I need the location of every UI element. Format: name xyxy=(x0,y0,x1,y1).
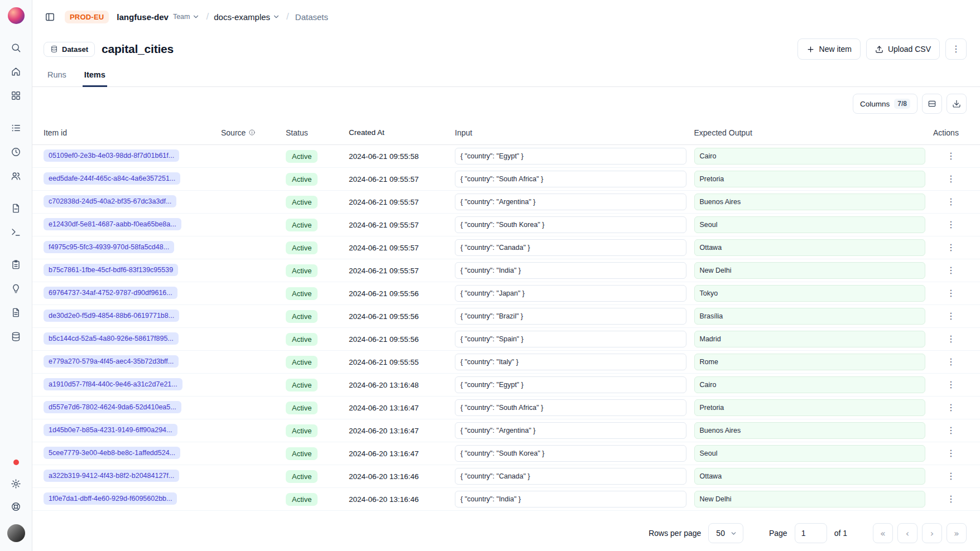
playground-icon[interactable] xyxy=(6,222,26,242)
item-id-link[interactable]: b75c7861-1fbe-45cf-bdf6-83f139c95539 xyxy=(44,264,178,276)
input-cell[interactable]: { "country": "Egypt" } xyxy=(455,148,686,165)
input-cell[interactable]: { "country": "South Korea" } xyxy=(455,216,686,233)
langfuse-logo[interactable] xyxy=(8,7,25,24)
input-cell[interactable]: { "country": "South Korea" } xyxy=(455,445,686,462)
prev-page-button[interactable]: ‹ xyxy=(897,523,917,543)
expected-output-cell[interactable]: Buenos Aires xyxy=(694,422,926,439)
row-actions-button[interactable]: ⋮ xyxy=(943,491,959,507)
input-cell[interactable]: { "country": "Italy" } xyxy=(455,354,686,370)
next-page-button[interactable]: › xyxy=(922,523,942,543)
row-height-button[interactable] xyxy=(922,94,942,114)
input-cell[interactable]: { "country": "Canada" } xyxy=(455,468,686,485)
table-row[interactable]: 5cee7779-3e00-4eb8-be8c-1affedd524... Ac… xyxy=(32,442,980,465)
expected-output-cell[interactable]: New Delhi xyxy=(694,491,926,508)
expected-output-cell[interactable]: Ottawa xyxy=(694,468,926,485)
support-icon[interactable] xyxy=(6,496,26,516)
expected-output-cell[interactable]: Cairo xyxy=(694,376,926,393)
expected-output-cell[interactable]: Seoul xyxy=(694,216,926,233)
row-actions-button[interactable]: ⋮ xyxy=(943,148,959,164)
sessions-icon[interactable] xyxy=(6,142,26,162)
page-more-actions-button[interactable]: ⋮ xyxy=(945,38,967,60)
item-id-link[interactable]: de30d2e0-f5d9-4854-88b6-0619771b8... xyxy=(44,310,179,322)
expected-output-cell[interactable]: Buenos Aires xyxy=(694,194,926,210)
item-id-link[interactable]: a1910d57-7f84-440c-9e46-a31c2d7e21... xyxy=(44,378,182,390)
item-id-link[interactable]: c702838d-24d5-40a2-bf35-67dc3a3df... xyxy=(44,195,176,207)
input-cell[interactable]: { "country": "Brazil" } xyxy=(455,308,686,325)
table-row[interactable]: e12430df-5e81-4687-aabb-f0ea65be8a... Ac… xyxy=(32,214,980,236)
expected-output-cell[interactable]: Tokyo xyxy=(694,285,926,302)
row-actions-button[interactable]: ⋮ xyxy=(943,400,959,415)
search-icon[interactable] xyxy=(6,37,26,57)
item-id-link[interactable]: e12430df-5e81-4687-aabb-f0ea65be8a... xyxy=(44,218,181,230)
row-actions-button[interactable]: ⋮ xyxy=(943,423,959,438)
item-id-link[interactable]: d557e7d6-7802-4624-9da6-52d410ea5... xyxy=(44,401,181,413)
users-icon[interactable] xyxy=(6,166,26,186)
last-page-button[interactable]: » xyxy=(947,523,967,543)
table-row[interactable]: f4975c95-5fc3-4939-970d-58fa5cd48... Act… xyxy=(32,236,980,259)
row-actions-button[interactable]: ⋮ xyxy=(943,240,959,255)
row-actions-button[interactable]: ⋮ xyxy=(943,377,959,393)
table-row[interactable]: a1910d57-7f84-440c-9e46-a31c2d7e21... Ac… xyxy=(32,374,980,397)
input-cell[interactable]: { "country": "South Africa" } xyxy=(455,171,686,187)
new-item-button[interactable]: New item xyxy=(798,38,861,60)
row-actions-button[interactable]: ⋮ xyxy=(943,171,959,187)
input-cell[interactable]: { "country": "South Africa" } xyxy=(455,399,686,416)
item-id-link[interactable]: b5c144cd-52a5-4a80-926e-58617f895... xyxy=(44,332,179,345)
input-cell[interactable]: { "country": "India" } xyxy=(455,491,686,508)
expected-output-cell[interactable]: Seoul xyxy=(694,445,926,462)
table-row[interactable]: a322b319-9412-4f43-b8f2-b20484127f... Ac… xyxy=(32,465,980,488)
row-actions-button[interactable]: ⋮ xyxy=(943,217,959,233)
item-id-link[interactable]: 05109ef0-2e3b-4e03-98dd-8f7d01b61f... xyxy=(44,149,179,162)
breadcrumb-section[interactable]: Datasets xyxy=(295,12,328,22)
expected-output-cell[interactable]: Brasília xyxy=(694,308,926,325)
input-cell[interactable]: { "country": "Argentina" } xyxy=(455,194,686,210)
input-cell[interactable]: { "country": "Spain" } xyxy=(455,331,686,347)
item-id-link[interactable]: eed5dafe-244f-465c-a84c-4a6e357251... xyxy=(44,172,180,185)
sidebar-toggle-icon[interactable] xyxy=(40,7,59,26)
org-switcher-chevron-icon[interactable] xyxy=(191,12,201,22)
user-avatar[interactable] xyxy=(7,524,25,542)
expected-output-cell[interactable]: Ottawa xyxy=(694,239,926,256)
row-actions-button[interactable]: ⋮ xyxy=(943,331,959,347)
item-id-link[interactable]: 1d45b0e7-b85a-4231-9149-6ff90a294... xyxy=(44,424,177,436)
expected-output-cell[interactable]: Pretoria xyxy=(694,399,926,416)
item-id-link[interactable]: a322b319-9412-4f43-b8f2-b20484127f... xyxy=(44,470,179,482)
table-row[interactable]: d557e7d6-7802-4624-9da6-52d410ea5... Act… xyxy=(32,397,980,419)
org-name[interactable]: langfuse-dev xyxy=(117,12,169,22)
export-button[interactable] xyxy=(947,94,967,114)
datasets-icon[interactable] xyxy=(6,326,26,346)
upload-csv-button[interactable]: Upload CSV xyxy=(866,38,940,60)
tab-runs[interactable]: Runs xyxy=(46,65,68,87)
table-row[interactable]: c702838d-24d5-40a2-bf35-67dc3a3df... Act… xyxy=(32,191,980,214)
page-number-input[interactable] xyxy=(795,523,827,543)
input-cell[interactable]: { "country": "India" } xyxy=(455,262,686,279)
row-actions-button[interactable]: ⋮ xyxy=(943,263,959,278)
dashboard-icon[interactable] xyxy=(6,85,26,105)
item-id-link[interactable]: f4975c95-5fc3-4939-970d-58fa5cd48... xyxy=(44,241,174,253)
table-row[interactable]: de30d2e0-f5d9-4854-88b6-0619771b8... Act… xyxy=(32,305,980,328)
tab-items[interactable]: Items xyxy=(83,65,107,87)
expected-output-cell[interactable]: Cairo xyxy=(694,148,926,165)
item-id-link[interactable]: 1f0e7da1-dbff-4e60-929d-f6095602bb... xyxy=(44,492,177,505)
settings-icon[interactable] xyxy=(6,473,26,494)
home-icon[interactable] xyxy=(6,61,26,81)
item-id-link[interactable]: e779a270-579a-4f45-aec4-35b72d3bff... xyxy=(44,355,179,368)
lightbulb-icon[interactable] xyxy=(6,278,26,298)
row-actions-button[interactable]: ⋮ xyxy=(943,194,959,210)
table-row[interactable]: b5c144cd-52a5-4a80-926e-58617f895... Act… xyxy=(32,328,980,351)
input-cell[interactable]: { "country": "Japan" } xyxy=(455,285,686,302)
input-cell[interactable]: { "country": "Argentina" } xyxy=(455,422,686,439)
expected-output-cell[interactable]: New Delhi xyxy=(694,262,926,279)
expected-output-cell[interactable]: Pretoria xyxy=(694,171,926,187)
table-row[interactable]: 1d45b0e7-b85a-4231-9149-6ff90a294... Act… xyxy=(32,419,980,442)
row-actions-button[interactable]: ⋮ xyxy=(943,286,959,301)
expected-output-cell[interactable]: Rome xyxy=(694,354,926,370)
evaluation-icon[interactable] xyxy=(6,254,26,274)
prompts-icon[interactable] xyxy=(6,198,26,218)
table-row[interactable]: 69764737-34af-4752-9787-d90df9616... Act… xyxy=(32,282,980,305)
input-cell[interactable]: { "country": "Egypt" } xyxy=(455,376,686,393)
first-page-button[interactable]: « xyxy=(873,523,893,543)
table-row[interactable]: eed5dafe-244f-465c-a84c-4a6e357251... Ac… xyxy=(32,168,980,191)
table-row[interactable]: e779a270-579a-4f45-aec4-35b72d3bff... Ac… xyxy=(32,351,980,374)
project-switcher-chevron-icon[interactable] xyxy=(271,12,281,22)
